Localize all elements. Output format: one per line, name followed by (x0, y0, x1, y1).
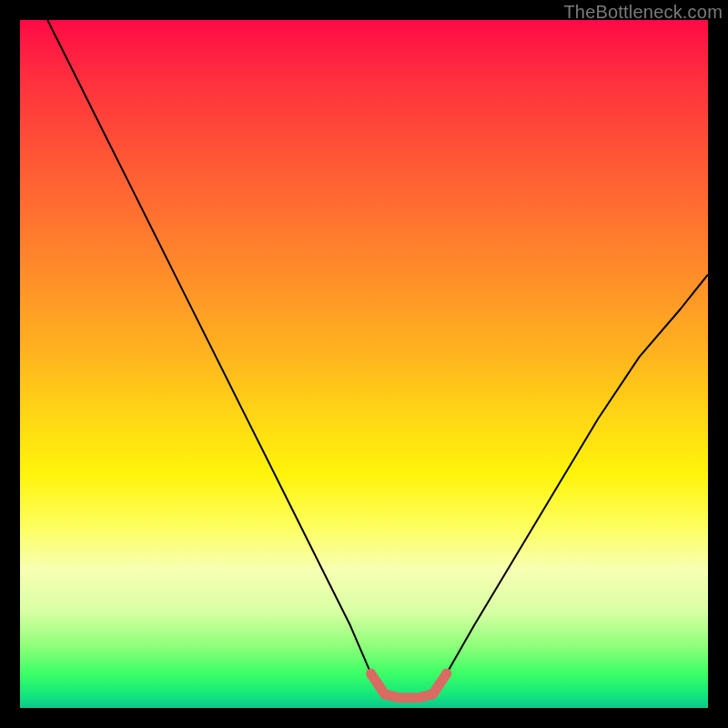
chart-plot-area (20, 20, 708, 708)
chart-frame: TheBottleneck.com (0, 0, 728, 728)
curve-layer (47, 20, 708, 698)
chart-svg (20, 20, 708, 708)
optimal-band (371, 673, 447, 698)
bottleneck-curve (47, 20, 708, 698)
watermark-text: TheBottleneck.com (563, 2, 723, 23)
